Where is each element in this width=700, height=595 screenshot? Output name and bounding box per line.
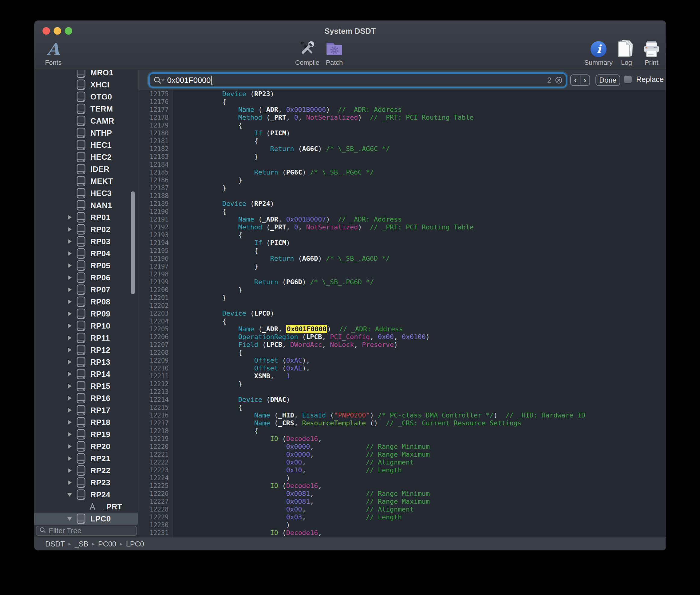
breadcrumb-item[interactable]: LPC0 xyxy=(126,540,144,548)
disclosure-triangle-icon[interactable] xyxy=(66,263,73,268)
line-number: 12201 xyxy=(138,294,173,302)
disclosure-triangle-icon[interactable] xyxy=(66,420,73,425)
sidebar-item-rp15[interactable]: RP15 xyxy=(34,380,138,392)
sidebar-item-rp23[interactable]: RP23 xyxy=(34,477,138,489)
code-editor[interactable]: 12175 Device (RP23)12176 {12177 Name (_A… xyxy=(138,90,666,537)
search-input[interactable]: 0x001F0000 2 xyxy=(150,74,566,86)
find-bar: 0x001F0000 2 ‹ › Done Replace xyxy=(138,70,666,90)
sidebar-item-rp12[interactable]: RP12 xyxy=(34,344,138,356)
disclosure-triangle-icon[interactable] xyxy=(66,468,73,473)
sidebar-item-rp08[interactable]: RP08 xyxy=(34,296,138,308)
disclosure-triangle-icon[interactable] xyxy=(66,336,73,340)
disclosure-triangle-icon[interactable] xyxy=(66,480,73,485)
sidebar-item-rp11[interactable]: RP11 xyxy=(34,332,138,344)
sidebar-item-rp06[interactable]: RP06 xyxy=(34,272,138,284)
sidebar-item-rp13[interactable]: RP13 xyxy=(34,356,138,368)
disclosure-triangle-icon[interactable] xyxy=(66,239,73,244)
disclosure-triangle-icon[interactable] xyxy=(66,311,73,316)
disclosure-triangle-icon[interactable] xyxy=(66,408,73,413)
next-match-button[interactable]: › xyxy=(580,75,589,85)
disclosure-triangle-icon[interactable] xyxy=(66,396,73,401)
sidebar-item-term[interactable]: TERM xyxy=(34,103,138,115)
sidebar-item-rp19[interactable]: RP19 xyxy=(34,428,138,441)
device-icon xyxy=(77,140,86,150)
disclosure-triangle-icon[interactable] xyxy=(66,384,73,389)
sidebar-item-rp14[interactable]: RP14 xyxy=(34,368,138,380)
sidebar-item-lpc0[interactable]: LPC0 xyxy=(34,513,138,525)
sidebar-item-nan1[interactable]: NAN1 xyxy=(34,199,138,211)
sidebar-item-rp10[interactable]: RP10 xyxy=(34,320,138,332)
sidebar-item-mekt[interactable]: MEKT xyxy=(34,175,138,187)
sidebar-item-hec2[interactable]: HEC2 xyxy=(34,151,138,163)
code-text: Name (_ADR, 0x001B0007) // _ADR: Address xyxy=(173,216,402,223)
sidebar-item-rp22[interactable]: RP22 xyxy=(34,464,138,477)
sidebar-item-label: XHCI xyxy=(90,80,109,89)
disclosure-triangle-icon[interactable] xyxy=(66,444,73,449)
disclosure-triangle-icon[interactable] xyxy=(66,275,73,280)
sidebar-item-rp02[interactable]: RP02 xyxy=(34,223,138,235)
sidebar-item-nthp[interactable]: NTHP xyxy=(34,127,138,139)
sidebar-item-rp20[interactable]: RP20 xyxy=(34,441,138,452)
sidebar-item-rp03[interactable]: RP03 xyxy=(34,235,138,248)
disclosure-triangle-icon[interactable] xyxy=(66,287,73,292)
sidebar-item-rp17[interactable]: RP17 xyxy=(34,404,138,416)
sidebar-item-otg0[interactable]: OTG0 xyxy=(34,91,138,103)
code-text: Return (PG6C) /* \_SB_.PG6C */ xyxy=(173,169,374,176)
sidebar-scrollbar[interactable] xyxy=(131,191,135,294)
sidebar-item-rp24[interactable]: RP24 xyxy=(34,489,138,501)
device-icon xyxy=(77,453,86,464)
breadcrumb-item[interactable]: _SB xyxy=(75,540,88,548)
breadcrumb-item[interactable]: DSDT xyxy=(45,540,65,548)
disclosure-triangle-icon[interactable] xyxy=(66,323,73,328)
disclosure-triangle-icon[interactable] xyxy=(66,251,73,256)
disclosure-triangle-icon[interactable] xyxy=(66,215,73,220)
filter-tree-input[interactable]: Filter Tree xyxy=(36,526,137,536)
sidebar-item-rp07[interactable]: RP07 xyxy=(34,284,138,296)
disclosure-triangle-icon[interactable] xyxy=(66,372,73,376)
disclosure-triangle-icon[interactable] xyxy=(66,493,73,497)
fonts-button[interactable]: A Fonts xyxy=(40,38,67,66)
code-line: 12192 Method (_PRT, 0, NotSerialized) //… xyxy=(138,223,666,231)
disclosure-triangle-icon[interactable] xyxy=(66,227,73,232)
disclosure-triangle-icon[interactable] xyxy=(66,360,73,364)
disclosure-triangle-icon[interactable] xyxy=(66,299,73,304)
previous-match-button[interactable]: ‹ xyxy=(571,75,580,85)
sidebar-item-rp16[interactable]: RP16 xyxy=(34,392,138,404)
clear-search-icon[interactable] xyxy=(555,76,562,84)
code-text: { xyxy=(173,231,242,239)
code-line: 12178 Method (_PRT, 0, NotSerialized) //… xyxy=(138,114,666,121)
disclosure-triangle-icon[interactable] xyxy=(66,456,73,461)
sidebar-item-label: TERM xyxy=(90,104,113,114)
code-line: 12179 { xyxy=(138,121,666,129)
breadcrumb-separator-icon: ▸ xyxy=(92,541,95,547)
done-button[interactable]: Done xyxy=(596,75,620,86)
sidebar-item-label: LPC0 xyxy=(90,514,111,523)
breadcrumb-item[interactable]: PC00 xyxy=(98,540,116,548)
sidebar-item-rp21[interactable]: RP21 xyxy=(34,452,138,464)
summary-button[interactable]: i Summary xyxy=(580,38,616,66)
line-number: 12195 xyxy=(138,247,173,255)
log-button[interactable]: Log xyxy=(616,38,637,66)
sidebar-item-camr[interactable]: CAMR xyxy=(34,115,138,127)
sidebar-item-rp04[interactable]: RP04 xyxy=(34,248,138,259)
replace-checkbox[interactable] xyxy=(624,76,632,83)
sidebar-item-rp09[interactable]: RP09 xyxy=(34,308,138,320)
code-text: 0x00, // Alignment xyxy=(173,506,414,513)
sidebar-item-_prt[interactable]: _PRT xyxy=(34,501,138,513)
sidebar-item-rp05[interactable]: RP05 xyxy=(34,259,138,272)
patch-button[interactable]: Patch xyxy=(319,38,349,66)
sidebar-item-ider[interactable]: IDER xyxy=(34,163,138,175)
print-button[interactable]: Print xyxy=(639,38,664,66)
sidebar-item-rp01[interactable]: RP01 xyxy=(34,211,138,223)
sidebar-item-mro1[interactable]: MRO1 xyxy=(34,70,138,79)
line-number: 12222 xyxy=(138,458,173,466)
disclosure-triangle-icon[interactable] xyxy=(66,517,73,521)
sidebar-item-xhci[interactable]: XHCI xyxy=(34,79,138,91)
sidebar-item-rp18[interactable]: RP18 xyxy=(34,416,138,428)
device-icon xyxy=(77,320,86,331)
sidebar-item-hec1[interactable]: HEC1 xyxy=(34,139,138,151)
sidebar-item-hec3[interactable]: HEC3 xyxy=(34,187,138,199)
disclosure-triangle-icon[interactable] xyxy=(66,432,73,437)
line-number: 12185 xyxy=(138,169,173,176)
disclosure-triangle-icon[interactable] xyxy=(66,347,73,352)
